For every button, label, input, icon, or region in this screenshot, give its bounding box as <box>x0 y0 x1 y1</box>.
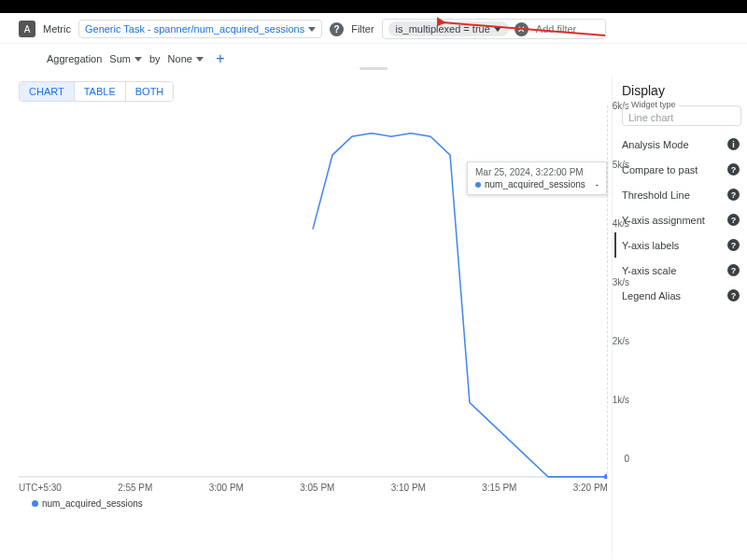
help-icon[interactable]: ? <box>727 189 740 201</box>
series-dot-icon <box>475 182 481 188</box>
tooltip-timestamp: Mar 25, 2024, 3:22:00 PM <box>475 167 599 177</box>
caret-down-icon <box>308 27 316 32</box>
widget-type-value: Line chart <box>628 112 673 123</box>
aggregation-func-text: Sum <box>109 53 131 64</box>
x-axis: UTC+5:30 2:55 PM 3:00 PM 3:05 PM 3:10 PM… <box>19 479 608 493</box>
groupby-selector[interactable]: None <box>168 53 204 64</box>
y-tick: 5k/s <box>613 160 629 170</box>
filter-chip-is-multiplexed[interactable]: is_multiplexed = true <box>388 21 509 36</box>
y-tick: 4k/s <box>613 218 629 229</box>
x-tick: 3:05 PM <box>300 483 334 493</box>
caret-down-icon <box>196 57 204 62</box>
y-tick: 2k/s <box>613 336 629 346</box>
analysis-mode-label: Analysis Mode <box>622 139 689 150</box>
yaxis-assignment-row[interactable]: Y-axis assignment? <box>622 207 747 232</box>
info-icon: i <box>727 138 740 150</box>
legend-dot-icon <box>32 500 38 507</box>
legend-alias-label: Legend Alias <box>622 290 681 301</box>
metric-help-icon[interactable]: ? <box>330 22 344 36</box>
display-panel-title: Display <box>622 83 747 98</box>
window-titlebar <box>0 0 747 13</box>
view-tabs: CHART TABLE BOTH <box>19 81 174 102</box>
clear-filter-icon[interactable]: ✕ <box>514 22 529 36</box>
legend-alias-row[interactable]: Legend Alias? <box>622 283 747 308</box>
tab-chart[interactable]: CHART <box>20 82 74 101</box>
help-icon[interactable]: ? <box>727 264 740 276</box>
aggregation-label: Aggregation <box>47 53 102 64</box>
aggregation-func-selector[interactable]: Sum <box>109 53 142 64</box>
threshold-line-row[interactable]: Threshold Line? <box>622 182 747 207</box>
pane-resize-handle[interactable] <box>359 67 388 70</box>
query-bar: A Metric Generic Task - spanner/num_acqu… <box>0 13 747 44</box>
chart-area[interactable]: Mar 25, 2024, 3:22:00 PM num_acquired_se… <box>19 105 608 479</box>
chart-tooltip: Mar 25, 2024, 3:22:00 PM num_acquired_se… <box>467 161 607 195</box>
tooltip-value: - <box>596 179 599 189</box>
x-tick: 3:10 PM <box>391 483 426 493</box>
filter-chip-text: is_multiplexed = true <box>396 23 490 35</box>
x-tick: 2:55 PM <box>118 483 152 493</box>
help-icon[interactable]: ? <box>727 163 740 175</box>
caret-down-icon <box>134 57 142 62</box>
metric-selector-text: Generic Task - spanner/num_acquired_sess… <box>85 23 304 35</box>
query-letter-chip[interactable]: A <box>19 21 35 37</box>
yaxis-labels-label: Y-axis labels <box>622 240 679 251</box>
aggregation-bar: Aggregation Sum by None + <box>0 44 747 76</box>
y-tick: 1k/s <box>613 395 629 405</box>
yaxis-scale-row[interactable]: Y-axis scale? <box>622 258 747 283</box>
y-tick: 3k/s <box>613 277 629 287</box>
metric-selector[interactable]: Generic Task - spanner/num_acquired_sess… <box>78 20 322 38</box>
threshold-label: Threshold Line <box>622 189 690 201</box>
by-label: by <box>149 53 161 64</box>
x-tick: 3:20 PM <box>573 483 608 493</box>
yaxis-scale-label: Y-axis scale <box>622 265 676 276</box>
timezone-label: UTC+5:30 <box>19 483 62 493</box>
help-icon[interactable]: ? <box>727 239 740 251</box>
tooltip-series-name: num_acquired_sessions <box>485 179 585 189</box>
yaxis-assign-label: Y-axis assignment <box>622 215 705 226</box>
widget-type-field[interactable]: Widget type Line chart <box>622 105 741 126</box>
filter-box: is_multiplexed = true ✕ <box>382 19 606 39</box>
chart-zone: CHART TABLE BOTH Mar 25, 2024, 3:22:00 P… <box>0 76 612 559</box>
y-tick: 0 <box>624 454 629 464</box>
chart-legend[interactable]: num_acquired_sessions <box>19 493 608 509</box>
compare-label: Compare to past <box>622 164 698 175</box>
add-aggregation-button[interactable]: + <box>211 49 230 68</box>
groupby-text: None <box>168 53 192 64</box>
filter-label: Filter <box>351 23 374 35</box>
yaxis-labels-row[interactable]: Y-axis labels? <box>614 232 747 258</box>
caret-down-icon <box>494 27 501 32</box>
add-filter-input[interactable] <box>534 22 599 35</box>
metric-label: Metric <box>43 23 71 35</box>
x-tick: 3:00 PM <box>209 483 244 493</box>
analysis-mode-row[interactable]: Analysis Modei <box>622 132 747 157</box>
legend-series-name: num_acquired_sessions <box>42 498 143 509</box>
tab-both[interactable]: BOTH <box>125 82 174 101</box>
display-panel: Display Widget type Line chart Analysis … <box>612 76 747 559</box>
widget-type-label: Widget type <box>628 100 679 109</box>
help-icon[interactable]: ? <box>727 289 740 301</box>
compare-to-past-row[interactable]: Compare to past? <box>622 157 747 182</box>
svg-point-2 <box>604 474 607 479</box>
tab-table[interactable]: TABLE <box>74 82 125 101</box>
x-tick: 3:15 PM <box>482 483 516 493</box>
help-icon[interactable]: ? <box>727 214 740 226</box>
